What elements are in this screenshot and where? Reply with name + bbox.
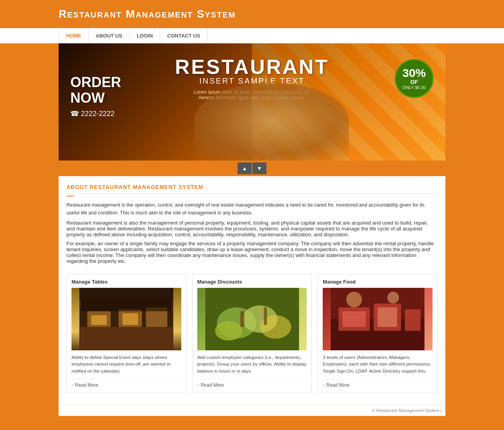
nav-item-login[interactable]: LOGIN [130, 28, 160, 43]
feature-card-discounts: Manage Discounts Add custom employee cat… [192, 274, 312, 393]
banner-left-text: ORDERNOW ☎ 2222-2222 [70, 75, 121, 118]
carousel-up-button[interactable]: ▲ [238, 162, 252, 174]
restaurant-heading: RESTAURANT [175, 55, 329, 79]
card-food-read-more-label: Read More [326, 382, 349, 388]
about-paragraph-3: For example, an owner of a single family… [66, 241, 438, 264]
svg-rect-21 [378, 307, 397, 327]
badge-of-label: OF [410, 79, 418, 85]
chevron-right-icon: › [71, 382, 73, 388]
about-divider [66, 196, 74, 196]
phone-number: ☎ 2222-2222 [70, 109, 121, 118]
tables-svg [71, 288, 181, 350]
chevron-right-icon-2: › [197, 382, 199, 388]
card-tables-read-more-label: Read More [75, 382, 98, 388]
card-food-image [323, 288, 433, 350]
about-paragraph-2: Restaurant management is also the manage… [66, 220, 438, 237]
nav-bar: HOME ABOUT US LOGIN CONTACT US [0, 28, 504, 43]
about-paragraph-1: Restaurant management is the operation, … [66, 201, 438, 217]
card-discounts-title: Manage Discounts [197, 279, 307, 285]
feature-card-food: Manage Food 3 levels of users (Admi [318, 274, 438, 393]
svg-rect-3 [91, 315, 107, 325]
footer-separator: | [440, 408, 441, 413]
card-discounts-desc: Add custom employee categories (i.e., de… [197, 354, 307, 376]
svg-rect-8 [79, 288, 173, 300]
order-now-text: ORDERNOW [70, 75, 121, 105]
nav-item-about[interactable]: ABOUT US [89, 28, 130, 43]
nav-item-contact[interactable]: CONTACT US [160, 28, 207, 43]
card-tables-image [71, 288, 181, 350]
svg-rect-7 [81, 300, 171, 311]
svg-rect-19 [343, 311, 366, 327]
about-heading: ABOUT RESTAURANT MANAGEMENT SYSTEM [66, 184, 438, 194]
card-tables-read-more[interactable]: › Read More [71, 379, 181, 388]
nav-item-home[interactable]: HOME [59, 28, 89, 43]
carousel-controls: ▲ ▼ [59, 161, 445, 176]
svg-rect-15 [264, 307, 267, 325]
discounts-svg [197, 288, 307, 350]
card-discounts-read-more[interactable]: › Read More [197, 379, 307, 388]
card-tables-desc: Ability to define Special Event days (da… [71, 354, 181, 376]
banner: ORDERNOW ☎ 2222-2222 RESTAURANT INSERT S… [59, 43, 445, 161]
svg-rect-14 [240, 311, 244, 327]
svg-rect-22 [405, 309, 421, 331]
noodle-visual [194, 82, 349, 161]
carousel-down-button[interactable]: ▼ [252, 162, 266, 174]
svg-rect-5 [122, 313, 138, 325]
site-title: Restaurant Management System [0, 8, 504, 24]
svg-point-13 [215, 321, 242, 341]
card-discounts-read-more-label: Read More [201, 382, 224, 388]
svg-rect-1 [79, 327, 173, 350]
card-tables-title: Manage Tables [71, 279, 181, 285]
svg-point-24 [388, 292, 399, 303]
discount-badge: 30% OF ONLY $5.00 [395, 59, 434, 98]
card-food-desc: 3 levels of users (Administrators, Manag… [323, 354, 433, 376]
card-food-read-more[interactable]: › Read More [323, 379, 433, 388]
card-discounts-image [197, 288, 307, 350]
chevron-right-icon-3: › [323, 382, 324, 388]
footer-bottom-bar [0, 416, 504, 424]
svg-point-23 [347, 292, 362, 307]
badge-price-value: ONLY $5.00 [402, 85, 426, 90]
content-section: ABOUT RESTAURANT MANAGEMENT SYSTEM Resta… [59, 176, 445, 405]
card-food-title: Manage Food [323, 279, 433, 285]
food-svg [323, 288, 433, 350]
feature-cards: Manage Tables Ability to [66, 274, 438, 393]
footer: © Restaurant Management System | [59, 405, 445, 416]
copyright-text: © Restaurant Management System [372, 408, 439, 413]
feature-card-tables: Manage Tables Ability to [66, 274, 186, 393]
badge-percent-value: 30% [402, 67, 426, 79]
